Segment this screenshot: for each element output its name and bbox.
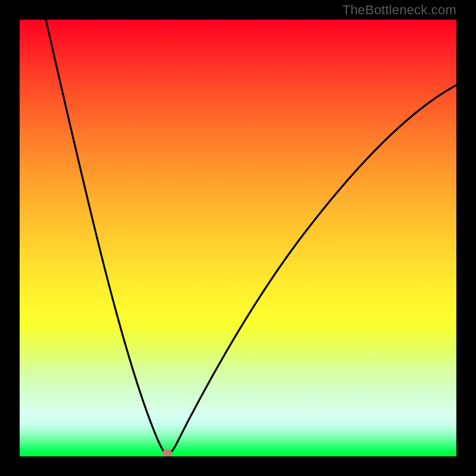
optimum-marker [162,449,172,456]
bottleneck-curve [20,20,456,456]
watermark-text: TheBottleneck.com [342,2,456,18]
chart-frame: TheBottleneck.com [0,0,476,476]
curve-path [46,20,456,455]
plot-area [20,20,456,456]
